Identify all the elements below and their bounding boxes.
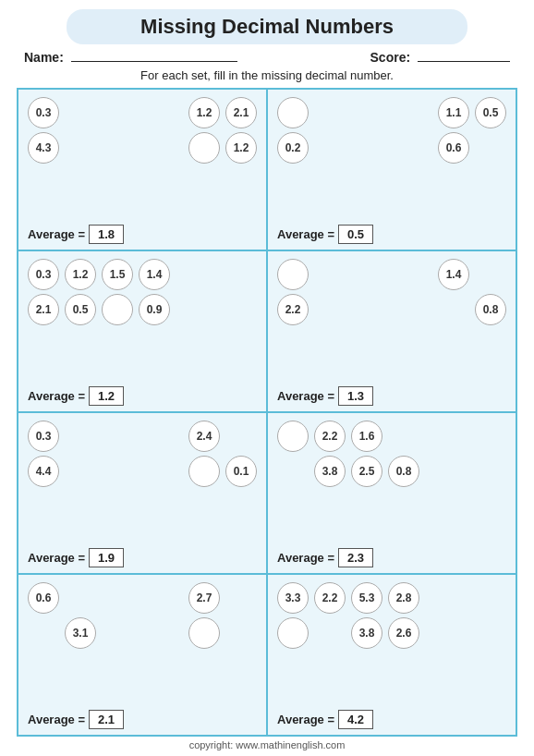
- circle-val: 1.4: [438, 259, 469, 290]
- cell-8: 3.3 2.2 5.3 2.8 3.8 2.6 Average = 4.2: [267, 574, 516, 736]
- name-label: Name:: [24, 50, 237, 65]
- circle-val: 2.2: [314, 421, 346, 452]
- cell-1: 0.3 1.2 2.1 4.3 1.2 Average = 1.8: [18, 89, 267, 250]
- circle-row: 0.6 2.7: [28, 582, 257, 614]
- circle-val: 2.8: [388, 582, 419, 614]
- circle-row: 0.3 1.2 1.5 1.4: [28, 259, 257, 290]
- circles-area: 2.2 1.6 3.8 2.5 0.8: [277, 421, 506, 487]
- circle-row: 1.1 0.5: [277, 97, 506, 128]
- circles-area: 1.1 0.5 0.2 0.6: [277, 97, 506, 164]
- average-row: Average = 1.9: [28, 548, 124, 567]
- circle-val: 1.1: [438, 97, 469, 128]
- average-box: 1.8: [89, 225, 124, 244]
- average-box: 1.2: [89, 386, 124, 406]
- circle-val: 0.1: [225, 456, 257, 487]
- circle-val: 1.6: [351, 421, 382, 452]
- circle-val: 3.8: [314, 456, 346, 487]
- cell-7: 0.6 2.7 3.1 Average = 2.1: [18, 574, 267, 736]
- average-row: Average = 1.2: [28, 386, 124, 406]
- circle-val: 2.7: [188, 582, 220, 614]
- average-row: Average = 4.2: [277, 710, 373, 729]
- average-box: 1.3: [338, 386, 373, 406]
- circle-row: 1.4: [277, 259, 506, 290]
- circle-row: 4.4 0.1: [28, 456, 257, 487]
- circle-row: 0.3 1.2 2.1: [28, 97, 257, 128]
- circle-val: 2.1: [225, 97, 257, 128]
- circle-row: 3.8 2.6: [277, 617, 506, 649]
- circle-row: 0.2 0.6: [277, 132, 506, 164]
- circle-val: 2.1: [28, 294, 59, 325]
- average-box: 2.3: [338, 548, 373, 567]
- circle-val: 0.5: [475, 97, 506, 128]
- cell-5: 0.3 2.4 4.4 0.1 Average = 1.9: [18, 412, 267, 574]
- copyright: copyright: www.mathinenglish.com: [17, 737, 517, 750]
- circle-val: 2.4: [188, 421, 220, 452]
- circle-val: 2.5: [351, 456, 382, 487]
- circle-row: 0.3 2.4: [28, 421, 257, 452]
- circle-val: 0.3: [28, 421, 59, 452]
- circle-missing: [188, 456, 220, 487]
- circle-val: 2.6: [388, 617, 419, 649]
- average-box: 4.2: [338, 710, 373, 729]
- circle-val: 0.6: [28, 582, 59, 614]
- circle-val: 2.2: [314, 582, 346, 614]
- circle-val: 3.3: [277, 582, 309, 614]
- average-box: 1.9: [89, 548, 124, 567]
- cell-3: 0.3 1.2 1.5 1.4 2.1 0.5 0.9 Average = 1.…: [18, 250, 267, 412]
- circle-val: 0.5: [65, 294, 96, 325]
- circle-row: 2.2 0.8: [277, 294, 506, 325]
- average-row: Average = 0.5: [277, 225, 373, 244]
- average-row: Average = 2.3: [277, 548, 373, 567]
- score-label: Score:: [370, 50, 510, 65]
- circle-val: 3.8: [351, 617, 382, 649]
- page-title: Missing Decimal Numbers: [67, 9, 467, 44]
- cell-4: 1.4 2.2 0.8 Average = 1.3: [267, 250, 516, 412]
- circle-row: 2.2 1.6: [277, 421, 506, 452]
- circle-missing: [277, 421, 309, 452]
- name-underline[interactable]: [71, 61, 237, 62]
- circle-missing: [188, 132, 220, 164]
- name-score-row: Name: Score:: [17, 50, 517, 65]
- circle-row: 3.8 2.5 0.8: [277, 456, 506, 487]
- cell-6: 2.2 1.6 3.8 2.5 0.8 Average = 2.3: [267, 412, 516, 574]
- average-row: Average = 1.3: [277, 386, 373, 406]
- page: Missing Decimal Numbers Name: Score: For…: [0, 0, 534, 756]
- circle-missing: [277, 259, 309, 290]
- circle-val: 4.4: [28, 456, 59, 487]
- circle-val: 1.5: [102, 259, 133, 290]
- average-row: Average = 2.1: [28, 710, 124, 729]
- circle-missing: [102, 294, 133, 325]
- circle-row: 4.3 1.2: [28, 132, 257, 164]
- circles-area: 0.3 1.2 2.1 4.3 1.2: [28, 97, 257, 164]
- circle-val: 1.2: [225, 132, 257, 164]
- circle-val: 0.3: [28, 97, 59, 128]
- circle-val: 0.3: [28, 259, 59, 290]
- average-row: Average = 1.8: [28, 225, 124, 244]
- average-box: 2.1: [89, 710, 124, 729]
- circles-area: 1.4 2.2 0.8: [277, 259, 506, 325]
- circles-area: 0.3 2.4 4.4 0.1: [28, 421, 257, 487]
- circle-val: 4.3: [28, 132, 59, 164]
- circle-val: 0.9: [139, 294, 170, 325]
- circle-val: 1.2: [188, 97, 220, 128]
- circle-row: 3.1: [28, 617, 257, 649]
- cell-2: 1.1 0.5 0.2 0.6 Average = 0.5: [267, 89, 516, 250]
- circles-area: 0.6 2.7 3.1: [28, 582, 257, 649]
- circle-val: 0.8: [475, 294, 506, 325]
- circle-val: 1.2: [65, 259, 96, 290]
- circle-row: 2.1 0.5 0.9: [28, 294, 257, 325]
- circle-missing: [277, 617, 309, 649]
- circle-missing: [277, 97, 309, 128]
- problem-grid: 0.3 1.2 2.1 4.3 1.2 Average = 1.8: [17, 88, 517, 737]
- circle-row: 3.3 2.2 5.3 2.8: [277, 582, 506, 614]
- circle-val: 0.2: [277, 132, 309, 164]
- circle-val: 0.8: [388, 456, 419, 487]
- score-underline[interactable]: [418, 61, 510, 62]
- circles-area: 3.3 2.2 5.3 2.8 3.8 2.6: [277, 582, 506, 649]
- circle-val: 2.2: [277, 294, 309, 325]
- circle-val: 1.4: [139, 259, 170, 290]
- instruction: For each set, fill in the missing decima…: [17, 68, 517, 82]
- circle-val: 3.1: [65, 617, 96, 649]
- average-box: 0.5: [338, 225, 373, 244]
- circle-val: 5.3: [351, 582, 382, 614]
